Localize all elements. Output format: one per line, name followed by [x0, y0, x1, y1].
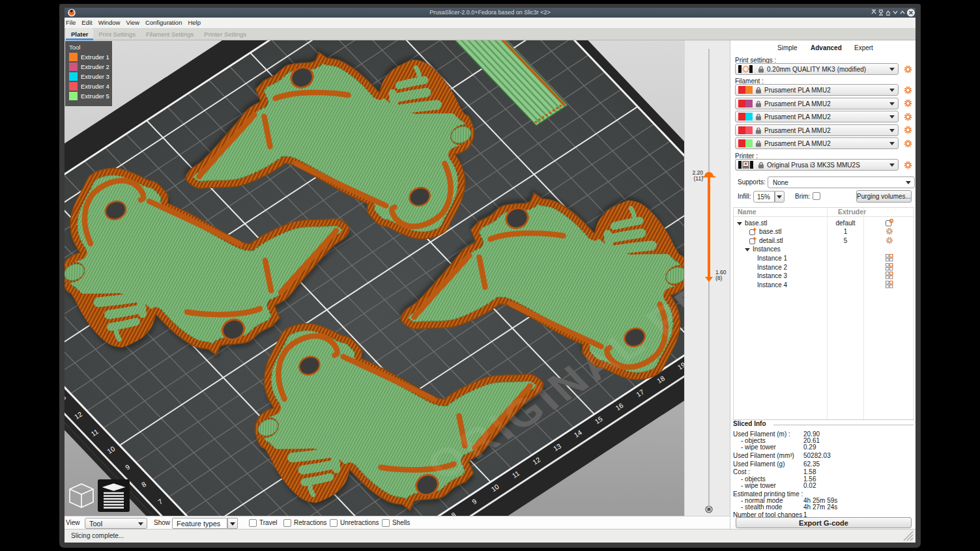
svg-text:(11): (11) — [694, 175, 704, 182]
svg-text:(8): (8) — [715, 275, 723, 281]
